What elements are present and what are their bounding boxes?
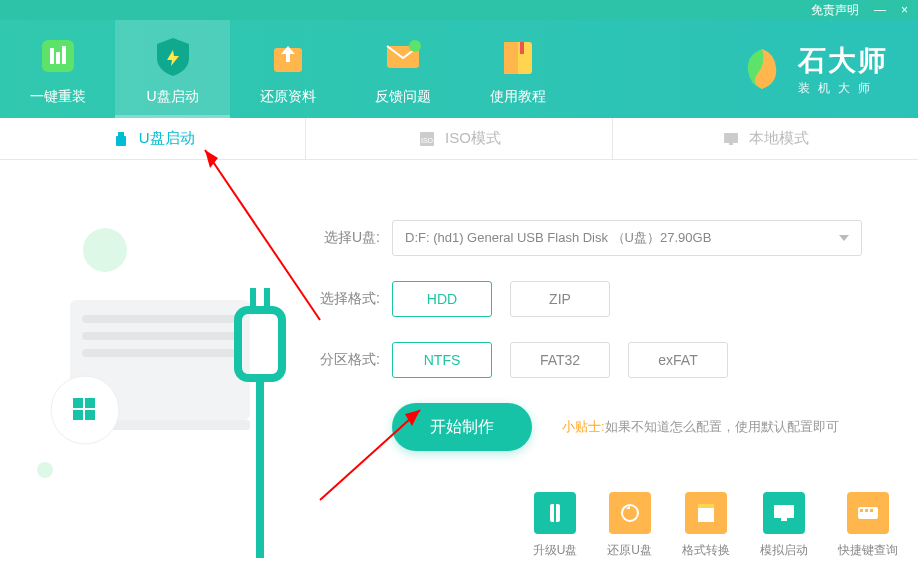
nav-label: 使用教程 <box>490 88 546 106</box>
book-icon <box>494 32 542 80</box>
tool-simulate-boot[interactable]: 模拟启动 <box>760 492 808 559</box>
simulate-boot-icon <box>763 492 805 534</box>
minimize-button[interactable]: — <box>874 3 886 17</box>
svg-rect-9 <box>520 42 524 54</box>
svg-rect-10 <box>118 132 124 136</box>
nav-restore[interactable]: 还原资料 <box>230 20 345 118</box>
svg-rect-22 <box>73 398 83 408</box>
upgrade-usb-icon <box>534 492 576 534</box>
brand: 石大师 装机大师 <box>708 20 918 118</box>
partition-fat32-button[interactable]: FAT32 <box>510 342 610 378</box>
tool-label: 格式转换 <box>682 542 730 559</box>
tool-upgrade-usb[interactable]: 升级U盘 <box>533 492 578 559</box>
tool-format-convert[interactable]: 格式转换 <box>682 492 730 559</box>
svg-rect-1 <box>50 48 54 64</box>
disclaimer-link[interactable]: 免责声明 <box>811 2 859 19</box>
close-button[interactable]: × <box>901 3 908 17</box>
svg-point-27 <box>37 462 53 478</box>
brand-subtitle: 装机大师 <box>798 80 888 97</box>
row-partition-select: 分区格式: NTFS FAT32 exFAT <box>310 342 888 378</box>
svg-rect-31 <box>256 378 264 558</box>
illustration <box>0 160 310 579</box>
usb-icon <box>111 129 131 149</box>
brand-title: 石大师 <box>798 42 888 80</box>
svg-rect-25 <box>85 410 95 420</box>
start-button[interactable]: 开始制作 <box>392 403 532 451</box>
svg-point-6 <box>409 40 421 52</box>
usb-select-label: 选择U盘: <box>310 229 380 247</box>
nav-label: 还原资料 <box>260 88 316 106</box>
tip-text: 小贴士:如果不知道怎么配置，使用默认配置即可 <box>562 418 839 436</box>
restore-usb-icon <box>609 492 651 534</box>
partition-label: 分区格式: <box>310 351 380 369</box>
bottom-tools: 升级U盘 还原U盘 格式转换 模拟启动 <box>533 492 898 559</box>
tab-label: U盘启动 <box>139 129 195 148</box>
tab-usb-boot[interactable]: U盘启动 <box>0 118 306 159</box>
format-convert-icon <box>685 492 727 534</box>
row-format-select: 选择格式: HDD ZIP <box>310 281 888 317</box>
feedback-icon <box>379 32 427 80</box>
svg-rect-35 <box>698 504 714 508</box>
format-hdd-button[interactable]: HDD <box>392 281 492 317</box>
svg-rect-36 <box>774 505 794 518</box>
svg-rect-24 <box>73 410 83 420</box>
svg-rect-38 <box>858 507 878 519</box>
tab-label: ISO模式 <box>445 129 501 148</box>
tab-iso[interactable]: ISO ISO模式 <box>306 118 612 159</box>
brand-logo-icon <box>738 45 786 93</box>
svg-rect-14 <box>724 133 738 143</box>
usb-select[interactable]: D:F: (hd1) General USB Flash Disk （U盘）27… <box>392 220 862 256</box>
tab-label: 本地模式 <box>749 129 809 148</box>
hotkey-icon <box>847 492 889 534</box>
usb-select-value: D:F: (hd1) General USB Flash Disk （U盘）27… <box>405 229 711 247</box>
format-zip-button[interactable]: ZIP <box>510 281 610 317</box>
monitor-icon <box>721 129 741 149</box>
svg-point-26 <box>83 228 127 272</box>
svg-rect-30 <box>264 288 270 310</box>
chevron-down-icon <box>839 235 849 241</box>
restore-icon <box>264 32 312 80</box>
svg-rect-17 <box>82 315 238 323</box>
svg-rect-15 <box>729 143 733 145</box>
partition-exfat-button[interactable]: exFAT <box>628 342 728 378</box>
nav-usb-boot[interactable]: U盘启动 <box>115 20 230 118</box>
tip-label: 小贴士: <box>562 419 605 434</box>
svg-rect-39 <box>860 509 863 512</box>
svg-rect-18 <box>82 332 238 340</box>
svg-rect-23 <box>85 398 95 408</box>
svg-rect-19 <box>82 349 238 357</box>
svg-rect-41 <box>870 509 873 512</box>
svg-rect-11 <box>116 136 126 146</box>
nav-tutorial[interactable]: 使用教程 <box>460 20 575 118</box>
nav-feedback[interactable]: 反馈问题 <box>345 20 460 118</box>
svg-rect-2 <box>56 52 60 64</box>
nav-label: U盘启动 <box>146 88 198 106</box>
nav-label: 反馈问题 <box>375 88 431 106</box>
svg-text:ISO: ISO <box>421 137 434 144</box>
tab-local[interactable]: 本地模式 <box>613 118 918 159</box>
partition-ntfs-button[interactable]: NTFS <box>392 342 492 378</box>
nav-reinstall[interactable]: 一键重装 <box>0 20 115 118</box>
titlebar: 免责声明 — × <box>0 0 918 20</box>
reinstall-icon <box>34 32 82 80</box>
svg-rect-29 <box>250 288 256 310</box>
action-row: 开始制作 小贴士:如果不知道怎么配置，使用默认配置即可 <box>392 403 888 451</box>
svg-rect-40 <box>865 509 868 512</box>
svg-rect-37 <box>781 518 787 521</box>
iso-icon: ISO <box>417 129 437 149</box>
sub-tabs: U盘启动 ISO ISO模式 本地模式 <box>0 118 918 160</box>
svg-rect-8 <box>504 42 518 74</box>
tool-label: 还原U盘 <box>607 542 652 559</box>
tool-label: 快捷键查询 <box>838 542 898 559</box>
tool-label: 升级U盘 <box>533 542 578 559</box>
tool-hotkey-lookup[interactable]: 快捷键查询 <box>838 492 898 559</box>
usb-shield-icon <box>149 32 197 80</box>
svg-rect-3 <box>62 46 66 64</box>
nav-label: 一键重装 <box>30 88 86 106</box>
tool-restore-usb[interactable]: 还原U盘 <box>607 492 652 559</box>
content-area: 选择U盘: D:F: (hd1) General USB Flash Disk … <box>0 160 918 579</box>
tool-label: 模拟启动 <box>760 542 808 559</box>
tip-body: 如果不知道怎么配置，使用默认配置即可 <box>605 419 839 434</box>
format-label: 选择格式: <box>310 290 380 308</box>
top-nav: 一键重装 U盘启动 还原资料 反馈问题 使用教程 <box>0 20 918 118</box>
